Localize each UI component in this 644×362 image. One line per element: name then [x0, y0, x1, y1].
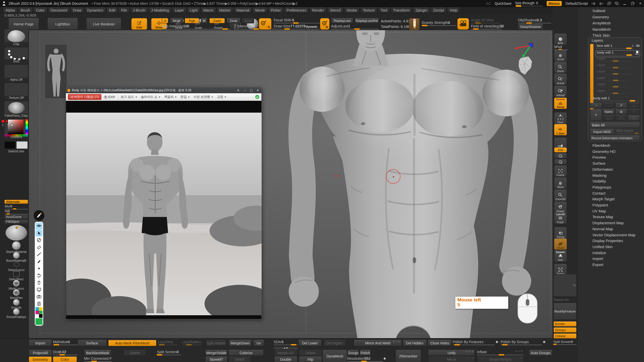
menu-material[interactable]: Material — [234, 8, 252, 13]
slider-track[interactable] — [331, 29, 379, 29]
morph-uv-button[interactable]: Morph UV — [274, 350, 297, 356]
section-vector-displacement-map[interactable]: Vector Displacement Map — [592, 233, 635, 237]
menu-draw[interactable]: Draw — [70, 8, 84, 13]
section-deformation[interactable]: Deformation — [592, 167, 613, 171]
main-color-swatch[interactable] — [4, 141, 16, 149]
menu-render[interactable]: Render — [309, 8, 327, 13]
lazystep-slider[interactable]: LazyStep — [158, 340, 177, 345]
layer-intensity-knob[interactable] — [613, 93, 618, 94]
transp-button[interactable]: Transp — [554, 227, 567, 239]
delete-button[interactable]: Delete — [123, 350, 146, 356]
persp-button[interactable]: DynamicPersp — [554, 98, 567, 109]
slider-track[interactable] — [347, 361, 382, 362]
menus-button[interactable]: Menus — [546, 1, 562, 6]
camera-icon[interactable] — [457, 18, 469, 30]
menu-j-modeling[interactable]: J-Modeling — [149, 8, 172, 13]
lazyradius-slider[interactable]: LazyRadius — [182, 340, 201, 345]
section-subtool[interactable]: Subtool — [592, 9, 605, 13]
slider-knob[interactable] — [222, 28, 228, 30]
slider-track[interactable] — [274, 23, 319, 23]
split-hidden-button[interactable]: Split Hidden — [206, 340, 226, 346]
live-boolean-button[interactable]: Live Boolean — [86, 18, 121, 30]
a-button[interactable]: A — [162, 18, 168, 23]
alternate-button[interactable]: Alternate — [4, 200, 28, 204]
color-button[interactable]: Color — [53, 356, 77, 362]
sdiv-slider[interactable]: SDiv5 — [274, 340, 298, 345]
slider-knob[interactable] — [422, 25, 428, 26]
border-button[interactable]: Border — [553, 321, 577, 327]
maximize-button[interactable]: ▢ — [248, 88, 254, 92]
mergevisible-button[interactable]: MergeVisible — [205, 350, 227, 356]
import-button[interactable]: Import — [29, 340, 52, 346]
fillobject-button[interactable]: FillObject — [4, 219, 28, 224]
smoothvalleys-item[interactable]: SmoothValleys — [4, 308, 28, 319]
move-button[interactable]: Move — [554, 177, 567, 189]
gradient-tile[interactable]: Gradient — [4, 119, 28, 140]
polygonal-head-gizmo[interactable] — [517, 56, 533, 75]
dist-slider[interactable]: Dist0.02 — [53, 350, 78, 355]
hue-strip-v[interactable] — [26, 119, 28, 137]
import-mdd-button[interactable]: Import MDD — [590, 129, 614, 134]
layers-header[interactable]: Layers — [592, 38, 603, 42]
dots-tile[interactable]: Dots — [4, 47, 28, 64]
slider-knob[interactable] — [354, 28, 360, 30]
section-geometry[interactable]: Geometry — [592, 15, 609, 19]
slider-knob[interactable] — [473, 28, 479, 30]
pin-button[interactable]: ✕ — [235, 88, 241, 92]
slider-knob[interactable] — [159, 344, 165, 346]
floor-button[interactable]: X Y ZFloor — [554, 113, 567, 124]
zcut-button[interactable]: Zcut — [242, 18, 254, 23]
auto-mask-fibermesh-button[interactable]: Auto Mask FiberMesh — [108, 340, 156, 346]
slider-knob[interactable] — [498, 354, 504, 356]
minimize-button[interactable]: – — [242, 88, 248, 92]
menu-dynamics[interactable]: Dynamics — [85, 8, 106, 13]
quicksave-button[interactable]: QuickSave — [495, 2, 512, 6]
slider-track[interactable] — [5, 209, 28, 209]
xyz-badge[interactable]: X Y Z — [466, 357, 474, 359]
xyz-badge[interactable]: X Y Z — [515, 357, 522, 359]
replay-icon[interactable]: D — [320, 18, 330, 30]
slider-track[interactable] — [182, 345, 201, 345]
min-connected-f-slider[interactable]: Min Connected F — [84, 356, 112, 362]
section-nanomesh[interactable]: NanoMesh — [592, 27, 611, 31]
deepshadow-button[interactable]: DeepShadow — [518, 24, 543, 29]
slider-knob[interactable] — [91, 360, 97, 362]
menu-stencil[interactable]: Stencil — [327, 8, 343, 13]
default-zscript-button[interactable]: DefaultZScript — [566, 2, 588, 6]
texture-preview-box[interactable]: Te — [553, 274, 577, 297]
layer-intensity-knob[interactable] — [613, 73, 618, 75]
blur-slider[interactable]: Blur0 — [5, 205, 28, 209]
slider-knob[interactable] — [361, 360, 367, 362]
slider-track[interactable] — [501, 345, 542, 345]
palette-swatch[interactable] — [39, 311, 43, 314]
basicmaterialb-item[interactable]: BasicMaterialB — [4, 252, 28, 262]
texture-on-label[interactable]: Texture On — [553, 298, 577, 302]
slider-track[interactable] — [274, 345, 298, 345]
mergedown-button[interactable]: MergeDown — [229, 340, 252, 346]
record-deformation-button[interactable]: Record Deformation Animation — [590, 135, 640, 141]
viewer-menu-item[interactable]: 책갈피▼ — [164, 95, 177, 99]
projectall-button[interactable]: ProjectAll — [29, 350, 52, 356]
pen-off-icon[interactable] — [35, 237, 43, 244]
zadd-button[interactable]: Zadd — [209, 18, 225, 23]
undo-icon[interactable] — [35, 272, 43, 279]
rgb-intensity-slider[interactable]: Rgb Intensity100 — [162, 24, 231, 29]
menu-help[interactable]: Help — [447, 8, 460, 13]
section-displacement-map[interactable]: Displacement Map — [592, 221, 624, 225]
delmt-button[interactable]: DelMT — [228, 356, 251, 362]
dot-icon[interactable] — [35, 265, 43, 272]
del-higher-button[interactable]: Del Higher — [323, 340, 346, 346]
layer-intensity-track[interactable] — [596, 48, 633, 49]
document-canvas[interactable]: Mouse left S Body 사진 레퍼런스 > 26e1c1eef58a… — [29, 30, 552, 338]
layer-intensity-track[interactable] — [600, 61, 630, 61]
section-polypaint[interactable]: Polypaint — [592, 203, 608, 207]
stroke-type-icon[interactable]: S — [259, 18, 271, 30]
option-dot[interactable] — [496, 341, 498, 343]
polyf-button[interactable]: Line FillPolyF — [554, 213, 567, 224]
palette-swatch[interactable] — [35, 314, 39, 318]
cursor-icon[interactable] — [35, 230, 43, 237]
aahalf-button[interactable]: AAHalf — [554, 86, 567, 97]
objshadow-slider[interactable]: ObjShadow0.3 — [518, 18, 551, 23]
layer-intensity-knob[interactable] — [613, 86, 618, 87]
mirror-and-weld-button[interactable]: Mirror And WeldX Y Z — [354, 340, 402, 346]
